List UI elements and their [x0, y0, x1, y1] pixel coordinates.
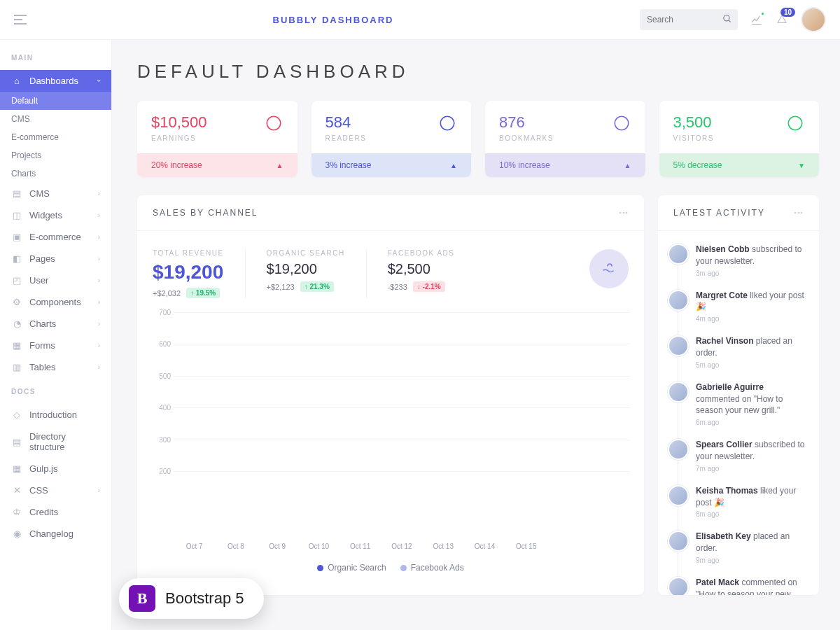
sidebar-docs-changelog[interactable]: ◉Changelog	[0, 523, 111, 545]
stat-card-earnings[interactable]: $10,500EARNINGS20% increase▲	[137, 101, 298, 177]
stat-value: 3,500	[673, 113, 715, 132]
sidebar-item-user[interactable]: ◰User›	[0, 270, 111, 291]
stat-card-bookmarks[interactable]: 876BOOKMARKS10% increase▲	[485, 101, 645, 177]
sidebar-icon: ▤	[11, 188, 22, 199]
caret-icon: ▲	[624, 162, 631, 169]
sidebar-item-components[interactable]: ⚙Components›	[0, 291, 111, 313]
sidebar-subitem-e-commerce[interactable]: E-commerce	[0, 128, 111, 146]
activity-item[interactable]: Patel Mack commented on "How to season y…	[668, 577, 809, 595]
activity-item[interactable]: Elisabeth Key placed an order.9m ago	[668, 531, 809, 566]
stat-cards-row: $10,500EARNINGS20% increase▲584READERS3%…	[137, 101, 819, 177]
stat-card-readers[interactable]: 584READERS3% increase▲	[312, 101, 472, 177]
sidebar-item-pages[interactable]: ◧Pages›	[0, 248, 111, 270]
sidebar-item-label: Credits	[29, 507, 58, 517]
sidebar-item-widgets[interactable]: ◫Widgets›	[0, 204, 111, 226]
caret-icon: ▲	[450, 162, 457, 169]
sidebar-item-e-commerce[interactable]: ▣E-commerce›	[0, 226, 111, 248]
activity-text: Patel Mack commented on "How to season y…	[696, 577, 809, 595]
sidebar-item-label: Directory structure	[29, 431, 100, 452]
stat-card-icon	[785, 113, 805, 133]
activity-item[interactable]: Spears Collier subscribed to your newsle…	[668, 439, 809, 474]
sidebar-item-forms[interactable]: ▦Forms›	[0, 335, 111, 356]
stats-icon[interactable]	[750, 13, 763, 26]
activity-avatar	[668, 382, 689, 402]
chevron-icon: ›	[98, 342, 100, 349]
stat-delta: 20% increase▲	[137, 153, 298, 177]
activity-item[interactable]: Nielsen Cobb subscribed to your newslett…	[668, 244, 809, 279]
metric-organic-search: ORGANIC SEARCH$19,200+$2,123↑ 21.3%	[267, 249, 345, 292]
sidebar-item-cms[interactable]: ▤CMS›	[0, 183, 111, 204]
panel-menu-icon[interactable]: ⋮	[619, 209, 629, 218]
metric-label: ORGANIC SEARCH	[267, 249, 345, 257]
sidebar-item-label: Gulp.js	[29, 463, 57, 474]
activity-item[interactable]: Keisha Thomas liked your post 🎉8m ago	[668, 485, 809, 520]
sidebar-item-label: Introduction	[29, 410, 77, 420]
sidebar-icon: ⌂	[11, 76, 22, 86]
sales-panel: SALES BY CHANNEL ⋮ TOTAL REVENUE$19,200+…	[137, 195, 644, 595]
sidebar-docs-introduction[interactable]: ◇Introduction	[0, 404, 111, 426]
menu-toggle-icon[interactable]	[14, 15, 27, 24]
search-icon[interactable]	[722, 14, 732, 24]
sidebar-icon: ◫	[11, 210, 22, 220]
hand-icon	[589, 249, 629, 288]
x-tick-label: Oct 8	[227, 542, 244, 550]
chevron-icon: ›	[98, 190, 100, 197]
sidebar-subitem-default[interactable]: Default	[0, 92, 111, 110]
sales-panel-title: SALES BY CHANNEL	[153, 208, 258, 218]
activity-time: 6m ago	[696, 418, 809, 428]
sidebar-item-tables[interactable]: ▥Tables›	[0, 356, 111, 378]
sidebar-docs-css[interactable]: ✕CSS›	[0, 479, 111, 501]
sidebar-docs-gulp-js[interactable]: ▦Gulp.js	[0, 458, 111, 479]
sidebar-item-label: Components	[29, 297, 81, 307]
metric-facebook-ads: FACEBOOK ADS$2,500-$233↓ -2.1%	[388, 249, 455, 292]
sidebar-subitem-cms[interactable]: CMS	[0, 110, 111, 128]
sidebar-item-label: Forms	[29, 340, 55, 351]
svg-point-3	[615, 116, 629, 130]
sidebar-item-label: Dashboards	[29, 76, 78, 86]
x-tick-label: Oct 10	[309, 542, 329, 550]
legend-item-facebook: Facebook Ads	[400, 563, 464, 573]
activity-text: Keisha Thomas liked your post 🎉	[696, 485, 809, 509]
sidebar-icon: ▦	[11, 463, 22, 474]
sidebar-item-label: Charts	[29, 318, 56, 329]
notification-icon[interactable]: 10	[776, 13, 788, 26]
sidebar-item-dashboards[interactable]: ⌂Dashboards›	[0, 70, 111, 92]
sidebar-icon: ◧	[11, 253, 22, 264]
stat-card-visitors[interactable]: 3,500VISITORS5% decrease▼	[659, 101, 820, 177]
stat-label: READERS	[326, 134, 367, 142]
panel-menu-icon[interactable]: ⋮	[794, 209, 804, 218]
sidebar-heading-docs: DOCS	[0, 388, 111, 404]
activity-time: 8m ago	[696, 510, 809, 519]
main-content: DEFAULT DASHBOARD $10,500EARNINGS20% inc…	[112, 40, 840, 630]
sidebar-icon: ◰	[11, 275, 22, 286]
activity-text: Gabrielle Aguirre commented on "How to s…	[696, 382, 809, 416]
user-avatar[interactable]	[801, 7, 826, 32]
sidebar-item-label: Tables	[29, 362, 56, 372]
sidebar-subitem-projects[interactable]: Projects	[0, 146, 111, 164]
activity-time: 7m ago	[696, 464, 809, 474]
chevron-icon: ›	[98, 211, 100, 219]
stat-value: 584	[326, 113, 367, 132]
sales-chart: 200300400500600700 Oct 7Oct 8Oct 9Oct 10…	[151, 312, 630, 557]
stat-card-icon	[612, 113, 631, 133]
sidebar-docs-credits[interactable]: ♔Credits	[0, 501, 111, 523]
y-tick-label: 600	[153, 340, 171, 348]
sidebar-item-label: CMS	[29, 188, 50, 199]
chevron-icon: ›	[98, 276, 100, 284]
sidebar-item-charts[interactable]: ◔Charts›	[0, 313, 111, 335]
activity-avatar	[668, 485, 689, 506]
activity-item[interactable]: Margret Cote liked your post 🎉4m ago	[668, 290, 809, 325]
sidebar-icon: ▦	[11, 340, 22, 351]
legend-item-organic: Organic Search	[317, 563, 386, 573]
sidebar-icon: ▥	[11, 362, 22, 372]
sidebar-item-label: Changelog	[29, 528, 74, 539]
metric-value: $19,200	[153, 261, 224, 284]
svg-point-4	[788, 116, 802, 130]
activity-item[interactable]: Rachel Vinson placed an order.5m ago	[668, 335, 809, 370]
activity-time: 5m ago	[696, 360, 809, 370]
svg-point-2	[440, 116, 454, 130]
sidebar-subitem-charts[interactable]: Charts	[0, 164, 111, 183]
bootstrap-label: Bootstrap 5	[165, 589, 244, 608]
activity-item[interactable]: Gabrielle Aguirre commented on "How to s…	[668, 382, 809, 428]
sidebar-docs-directory-structure[interactable]: ▤Directory structure	[0, 426, 111, 458]
